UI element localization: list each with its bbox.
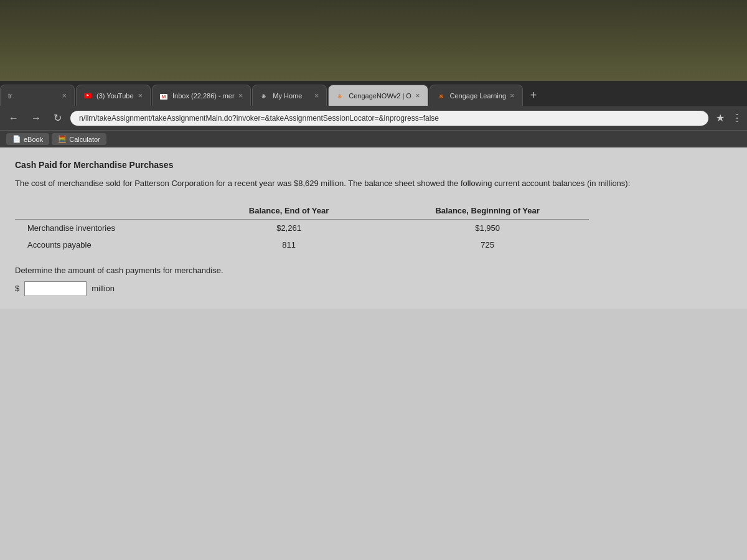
tab-prev[interactable]: tr × <box>0 85 75 106</box>
myhome-icon: ❋ <box>260 91 269 100</box>
tab-cengage-learning[interactable]: ❋ Cengage Learning × <box>430 85 523 106</box>
menu-icon[interactable]: ⋮ <box>732 112 742 124</box>
browser-chrome: tr × (3) YouTube × M Inbox (22,286) - me… <box>0 81 747 147</box>
bookmark-star-icon[interactable]: ★ <box>716 112 725 124</box>
tab-myhome[interactable]: ❋ My Home × <box>252 85 327 106</box>
problem-area: Cash Paid for Merchandise Purchases The … <box>0 147 747 309</box>
reload-button[interactable]: ↻ <box>50 110 65 126</box>
tab-myhome-label: My Home <box>273 92 310 100</box>
address-bar: ← → ↻ ★ ⋮ <box>0 106 747 130</box>
col-header-beginning-of-year: Balance, Beginning of Year <box>387 202 589 220</box>
dollar-sign: $ <box>15 284 19 293</box>
tabs-bar: tr × (3) YouTube × M Inbox (22,286) - me… <box>0 81 747 106</box>
row1-end-value: $2,261 <box>191 219 386 236</box>
calculator-label: Calculator <box>69 136 100 143</box>
problem-description: The cost of merchandise sold for Patters… <box>15 177 732 190</box>
new-tab-button[interactable]: + <box>524 89 543 102</box>
answer-input[interactable] <box>24 281 87 296</box>
bookmark-ebook[interactable]: 📄 eBook <box>6 133 49 145</box>
tab-youtube-label: (3) YouTube <box>96 92 134 100</box>
gmail-icon: M <box>160 91 169 100</box>
row1-label: Merchandise inventories <box>15 219 191 236</box>
row2-label: Accounts payable <box>15 236 191 253</box>
problem-title: Cash Paid for Merchandise Purchases <box>15 160 732 170</box>
col-header-end-of-year: Balance, End of Year <box>191 202 386 220</box>
prompt-text: Determine the amount of cash payments fo… <box>15 266 732 275</box>
table-row: Accounts payable 811 725 <box>15 236 589 253</box>
tab-cengage-learning-label: Cengage Learning <box>450 92 507 100</box>
ebook-doc-icon: 📄 <box>12 135 21 143</box>
answer-row: $ million <box>15 281 732 296</box>
tab-prev-label: tr <box>8 92 58 100</box>
col-header-empty <box>15 202 191 220</box>
ebook-label: eBook <box>24 136 43 143</box>
tab-myhome-close[interactable]: × <box>314 91 319 100</box>
row1-begin-value: $1,950 <box>387 219 589 236</box>
tab-inbox[interactable]: M Inbox (22,286) - mer × <box>152 85 251 106</box>
tab-youtube[interactable]: (3) YouTube × <box>76 85 151 106</box>
tab-cengagenow-close[interactable]: × <box>415 91 420 100</box>
row2-end-value: 811 <box>191 236 386 253</box>
tab-inbox-label: Inbox (22,286) - mer <box>172 92 235 100</box>
cengage-icon: ❋ <box>336 91 345 100</box>
table-row: Merchandise inventories $2,261 $1,950 <box>15 219 589 236</box>
calculator-icon: 🧮 <box>58 135 67 143</box>
tab-cengagenow-label: CengageNOWv2 | O <box>349 92 411 100</box>
tab-youtube-close[interactable]: × <box>138 91 143 100</box>
back-button[interactable]: ← <box>5 110 22 126</box>
address-input[interactable] <box>70 111 708 126</box>
bookmark-calculator[interactable]: 🧮 Calculator <box>52 133 106 145</box>
forward-button[interactable]: → <box>27 110 45 126</box>
balance-table: Balance, End of Year Balance, Beginning … <box>15 202 589 253</box>
tab-cengage-learning-close[interactable]: × <box>510 91 515 100</box>
top-decoration <box>0 0 747 81</box>
row2-begin-value: 725 <box>387 236 589 253</box>
youtube-icon <box>84 91 93 100</box>
content-area: Cash Paid for Merchandise Purchases The … <box>0 147 747 560</box>
tab-cengagenow[interactable]: ❋ CengageNOWv2 | O × <box>328 85 428 106</box>
cengage2-icon: ❋ <box>438 91 446 100</box>
bookmarks-bar: 📄 eBook 🧮 Calculator <box>0 130 747 147</box>
tab-prev-close[interactable]: × <box>62 91 67 100</box>
tab-inbox-close[interactable]: × <box>238 91 243 100</box>
million-label: million <box>92 284 115 293</box>
